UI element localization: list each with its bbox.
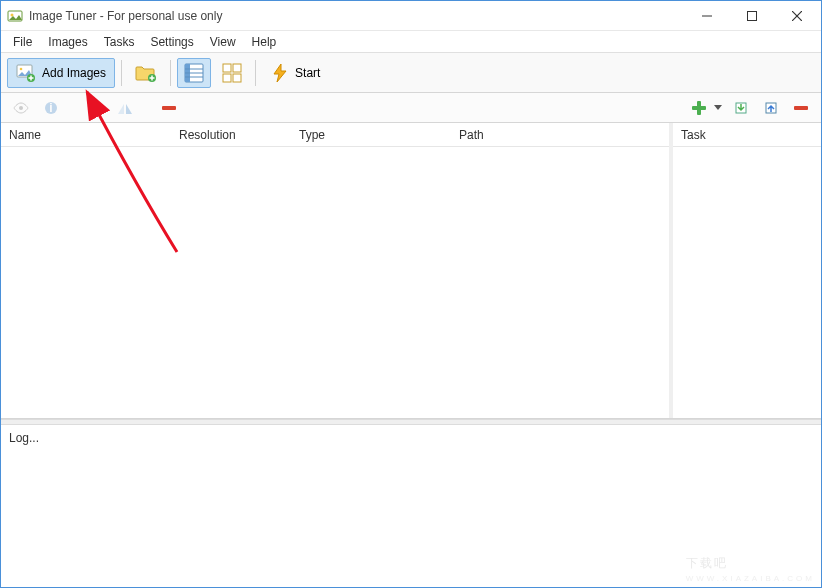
add-folder-button[interactable]	[128, 58, 164, 88]
close-button[interactable]	[774, 1, 819, 30]
maximize-button[interactable]	[729, 1, 774, 30]
menubar: File Images Tasks Settings View Help	[1, 31, 821, 53]
column-path[interactable]: Path	[451, 124, 669, 146]
add-task-button[interactable]	[687, 97, 711, 119]
view-list-button[interactable]	[177, 58, 211, 88]
plus-icon	[692, 101, 706, 115]
menu-tasks[interactable]: Tasks	[96, 33, 143, 51]
log-panel: Log...	[1, 425, 821, 583]
column-type[interactable]: Type	[291, 124, 451, 146]
action-bar: i	[1, 93, 821, 123]
info-button[interactable]: i	[39, 97, 63, 119]
svg-rect-22	[233, 74, 241, 82]
lightning-icon	[271, 63, 289, 83]
svg-text:i: i	[49, 101, 52, 115]
app-icon	[7, 8, 23, 24]
add-images-label: Add Images	[42, 66, 106, 80]
svg-rect-28	[692, 106, 706, 110]
image-list-header: Name Resolution Type Path	[1, 123, 669, 147]
remove-image-button[interactable]	[157, 97, 181, 119]
minus-icon	[162, 106, 176, 110]
svg-point-23	[19, 106, 23, 110]
log-label: Log...	[9, 431, 39, 445]
toolbar-separator	[170, 60, 171, 86]
import-icon	[734, 101, 748, 115]
thumbnail-view-icon	[222, 63, 242, 83]
toolbar-separator	[121, 60, 122, 86]
folder-add-icon	[135, 63, 157, 83]
add-task-dropdown[interactable]	[713, 97, 723, 119]
main-toolbar: Add Images Start	[1, 53, 821, 93]
window-controls	[684, 1, 819, 30]
task-list-body[interactable]	[673, 147, 821, 418]
task-panel: Task	[673, 123, 821, 418]
menu-help[interactable]: Help	[244, 33, 285, 51]
start-label: Start	[295, 66, 320, 80]
menu-view[interactable]: View	[202, 33, 244, 51]
toolbar-separator	[255, 60, 256, 86]
eye-icon	[13, 102, 29, 114]
window-title: Image Tuner - For personal use only	[29, 9, 684, 23]
add-image-icon	[16, 63, 36, 83]
column-name[interactable]: Name	[1, 124, 171, 146]
svg-rect-26	[162, 106, 176, 110]
chevron-down-icon	[714, 105, 722, 111]
view-thumbnails-button[interactable]	[215, 58, 249, 88]
menu-file[interactable]: File	[5, 33, 40, 51]
minimize-button[interactable]	[684, 1, 729, 30]
image-list-panel: Name Resolution Type Path	[1, 123, 673, 418]
task-list-header: Task	[673, 123, 821, 147]
svg-rect-19	[223, 64, 231, 72]
export-icon	[764, 101, 778, 115]
preview-button[interactable]	[9, 97, 33, 119]
svg-rect-3	[747, 11, 756, 20]
column-resolution[interactable]: Resolution	[171, 124, 291, 146]
svg-rect-21	[223, 74, 231, 82]
svg-rect-20	[233, 64, 241, 72]
flip-horizontal-button[interactable]	[83, 97, 107, 119]
list-view-icon	[184, 63, 204, 83]
info-icon: i	[44, 101, 58, 115]
start-button[interactable]: Start	[262, 58, 329, 88]
flip-v-icon	[117, 101, 133, 115]
add-images-button[interactable]: Add Images	[7, 58, 115, 88]
remove-task-button[interactable]	[789, 97, 813, 119]
image-list-body[interactable]	[1, 147, 669, 418]
content-area: Name Resolution Type Path Task	[1, 123, 821, 419]
flip-h-icon	[87, 101, 103, 115]
column-task[interactable]: Task	[673, 124, 821, 146]
export-task-button[interactable]	[759, 97, 783, 119]
svg-point-7	[20, 67, 23, 70]
import-task-button[interactable]	[729, 97, 753, 119]
menu-settings[interactable]: Settings	[142, 33, 201, 51]
minus-icon	[794, 106, 808, 110]
titlebar: Image Tuner - For personal use only	[1, 1, 821, 31]
flip-vertical-button[interactable]	[113, 97, 137, 119]
menu-images[interactable]: Images	[40, 33, 95, 51]
svg-rect-31	[794, 106, 808, 110]
